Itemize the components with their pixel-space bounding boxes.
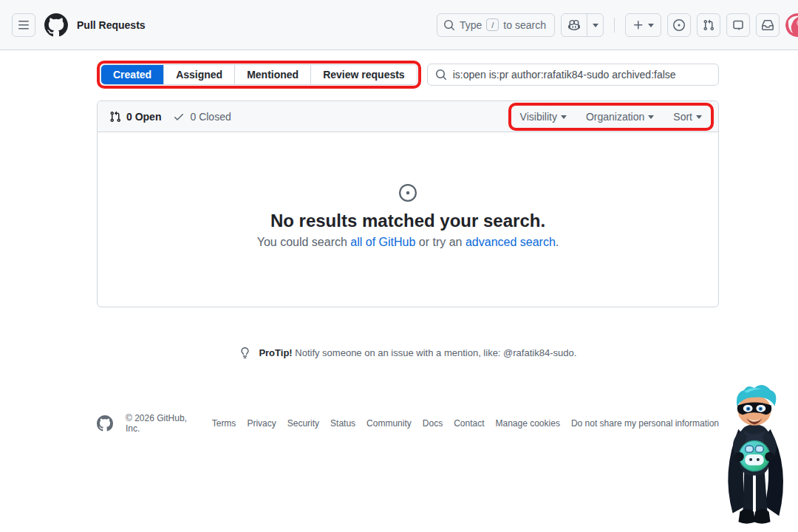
- issue-filter-search: [427, 64, 719, 86]
- notifications-inbox-button[interactable]: [756, 13, 780, 37]
- footer-link-manage-cookies[interactable]: Manage cookies: [496, 418, 560, 429]
- copilot-button[interactable]: [562, 14, 587, 36]
- footer: © 2026 GitHub, Inc. Terms Privacy Securi…: [97, 413, 719, 434]
- visibility-dropdown[interactable]: Visibility: [520, 111, 567, 123]
- tab-created[interactable]: Created: [101, 65, 163, 84]
- organization-dropdown-label: Organization: [586, 111, 644, 123]
- empty-state-subtitle: You could search all of GitHub or try an…: [112, 236, 703, 249]
- caret-down-icon: [648, 24, 654, 27]
- global-header: Pull Requests Type / to search: [0, 0, 798, 50]
- main-content: Created Assigned Mentioned Review reques…: [97, 61, 719, 434]
- projects-panel-icon: [732, 19, 744, 31]
- mascot-image: [711, 384, 798, 529]
- caret-down-icon: [561, 115, 567, 119]
- hamburger-icon: [18, 19, 30, 31]
- tab-mentioned[interactable]: Mentioned: [234, 65, 310, 84]
- results-panel: 0 Open 0 Closed Visibility Organization: [97, 100, 719, 307]
- open-count[interactable]: 0 Open: [109, 111, 161, 123]
- git-pull-request-icon: [109, 111, 121, 123]
- check-icon: [173, 111, 185, 123]
- github-footer-logo-icon: [97, 415, 113, 432]
- caret-down-icon: [593, 24, 598, 27]
- closed-count[interactable]: 0 Closed: [173, 111, 231, 123]
- protip-text: ProTip! Notify someone on an issue with …: [259, 347, 576, 358]
- slash-keycap: /: [486, 18, 499, 31]
- sort-dropdown-label: Sort: [673, 111, 692, 123]
- header-divider: [614, 18, 615, 33]
- copilot-button-group: [561, 13, 604, 37]
- plus-icon: [632, 19, 644, 31]
- organization-dropdown[interactable]: Organization: [586, 111, 654, 123]
- footer-link-privacy[interactable]: Privacy: [247, 418, 276, 429]
- subtitle-text: .: [556, 236, 559, 248]
- visibility-dropdown-label: Visibility: [520, 111, 557, 123]
- pull-requests-button[interactable]: [697, 13, 720, 37]
- copyright-text: © 2026 GitHub, Inc.: [126, 413, 201, 434]
- footer-link-terms[interactable]: Terms: [212, 418, 236, 429]
- issues-button[interactable]: [667, 13, 691, 37]
- annotation-box-tabs: Created Assigned Mentioned Review reques…: [97, 61, 421, 89]
- global-search-input[interactable]: Type / to search: [437, 13, 555, 37]
- github-logo-icon[interactable]: [44, 13, 68, 37]
- sort-dropdown[interactable]: Sort: [673, 111, 702, 123]
- empty-state: No results matched your search. You coul…: [98, 132, 718, 307]
- closed-count-label: 0 Closed: [190, 111, 231, 123]
- protip: ProTip! Notify someone on an issue with …: [97, 325, 719, 381]
- projects-panel-button[interactable]: [726, 13, 750, 37]
- footer-link-privacy-choices[interactable]: Do not share my personal information: [571, 418, 719, 429]
- tab-assigned[interactable]: Assigned: [163, 65, 234, 84]
- issue-opened-icon: [112, 184, 703, 202]
- open-count-label: 0 Open: [126, 111, 161, 123]
- protip-label: ProTip!: [259, 347, 292, 358]
- hamburger-menu-button[interactable]: [12, 13, 35, 37]
- annotation-box-filters: Visibility Organization Sort: [508, 103, 714, 131]
- copilot-icon: [568, 19, 580, 31]
- search-placeholder-prefix: Type: [460, 19, 482, 31]
- advanced-search-link[interactable]: advanced search: [466, 236, 556, 248]
- footer-link-security[interactable]: Security: [287, 418, 319, 429]
- footer-link-docs[interactable]: Docs: [423, 418, 443, 429]
- all-of-github-link[interactable]: all of GitHub: [350, 236, 415, 248]
- results-header: 0 Open 0 Closed Visibility Organization: [98, 101, 718, 132]
- empty-state-title: No results matched your search.: [112, 211, 703, 231]
- pr-tabs: Created Assigned Mentioned Review reques…: [100, 64, 417, 85]
- search-placeholder-suffix: to search: [503, 19, 546, 31]
- subtitle-text: You could search: [257, 236, 351, 248]
- footer-link-status[interactable]: Status: [330, 418, 355, 429]
- git-pull-request-icon: [703, 19, 715, 31]
- protip-body: Notify someone on an issue with a mentio…: [293, 347, 577, 358]
- caret-down-icon: [648, 115, 654, 119]
- tab-review-requests[interactable]: Review requests: [310, 65, 417, 84]
- user-avatar[interactable]: [785, 13, 798, 37]
- subtitle-text: or try an: [415, 236, 466, 248]
- footer-link-contact[interactable]: Contact: [454, 418, 484, 429]
- copilot-dropdown-button[interactable]: [587, 14, 603, 36]
- search-icon: [435, 69, 447, 81]
- create-new-button[interactable]: [625, 13, 661, 37]
- search-icon: [443, 19, 455, 31]
- caret-down-icon: [696, 115, 702, 119]
- inbox-icon: [762, 19, 774, 31]
- issue-opened-icon: [673, 19, 685, 31]
- lightbulb-icon: [239, 325, 256, 381]
- page-title: Pull Requests: [77, 19, 146, 31]
- filter-query-input[interactable]: [453, 69, 711, 81]
- footer-link-community[interactable]: Community: [366, 418, 412, 429]
